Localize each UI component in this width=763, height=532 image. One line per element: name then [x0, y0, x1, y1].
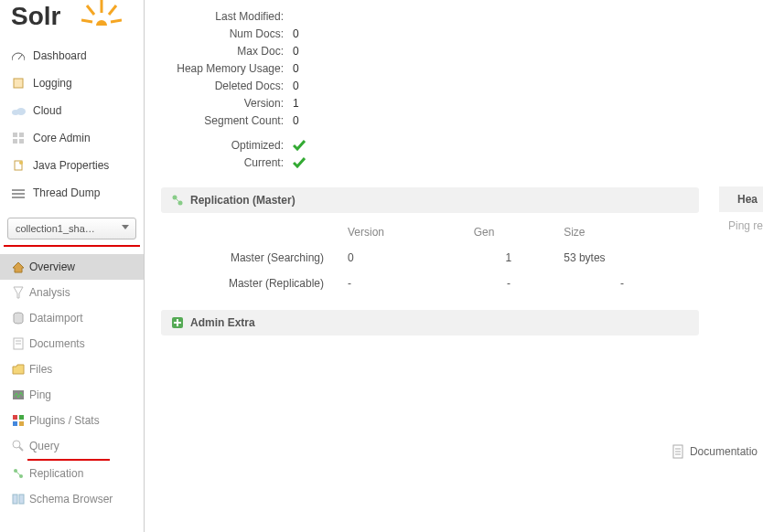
core-subnav: Overview Analysis Dataimport Documents F… — [0, 254, 144, 512]
row-name: Master (Searching) — [181, 246, 337, 270]
ping-icon — [11, 388, 26, 402]
check-icon — [293, 140, 306, 151]
db-icon — [11, 311, 26, 325]
subnav-schema[interactable]: Schema Browser — [0, 486, 144, 512]
subnav-label: Schema Browser — [29, 493, 113, 505]
stat-label: Current: — [161, 156, 284, 169]
nav-java-props[interactable]: Java Properties — [0, 152, 144, 179]
svg-rect-14 — [19, 139, 24, 144]
subnav-ping[interactable]: Ping — [0, 382, 144, 408]
plugins-icon — [11, 413, 26, 428]
red-underline — [4, 245, 140, 247]
check-icon — [293, 157, 306, 168]
stat-value: 0 — [293, 45, 299, 58]
svg-line-2 — [87, 5, 94, 15]
admin-extra-section[interactable]: Admin Extra — [161, 310, 699, 335]
svg-line-3 — [109, 5, 116, 15]
svg-point-16 — [19, 161, 23, 165]
nav-label: Core Admin — [33, 132, 91, 144]
logo: Solr — [0, 4, 144, 42]
subnav-label: Replication — [29, 467, 83, 480]
stat-value: 0 — [293, 27, 299, 40]
add-icon — [170, 315, 185, 330]
replication-icon — [11, 466, 26, 481]
nav-dashboard[interactable]: Dashboard — [0, 42, 144, 69]
subnav-documents[interactable]: Documents — [0, 331, 144, 356]
svg-line-40 — [175, 197, 180, 203]
row-version: 0 — [339, 246, 463, 270]
svg-marker-21 — [13, 262, 24, 272]
nav-label: Cloud — [33, 104, 61, 117]
svg-point-0 — [96, 20, 107, 26]
subnav-replication[interactable]: Replication — [0, 461, 144, 486]
subnav-files[interactable]: Files — [0, 356, 144, 382]
subnav-label: Query — [29, 440, 59, 452]
row-gen: 1 — [465, 246, 553, 270]
nav-label: Java Properties — [33, 159, 109, 172]
col-gen: Gen — [465, 220, 553, 244]
stat-label: Heap Memory Usage: — [161, 62, 284, 75]
subnav-dataimport[interactable]: Dataimport — [0, 305, 144, 331]
glass-icon — [11, 285, 26, 300]
svg-marker-20 — [122, 225, 129, 229]
chevron-down-icon — [122, 225, 129, 230]
statistics-block: Last Modified: Num Docs:0 Max Doc:0 Heap… — [161, 0, 763, 187]
svg-point-10 — [16, 108, 26, 115]
svg-line-5 — [111, 20, 122, 22]
svg-line-32 — [19, 447, 23, 451]
stat-label: Deleted Docs: — [161, 80, 284, 92]
svg-rect-12 — [19, 133, 24, 137]
svg-line-7 — [18, 55, 22, 59]
logging-icon — [11, 76, 26, 90]
stat-value: 0 — [293, 80, 299, 92]
nav-label: Dashboard — [33, 49, 87, 62]
doc-icon — [11, 336, 26, 351]
svg-rect-13 — [13, 139, 17, 144]
subnav-label: Ping — [29, 388, 51, 401]
stat-label: Num Docs: — [161, 27, 284, 40]
nav-label: Thread Dump — [33, 186, 100, 199]
replication-section[interactable]: Replication (Master) — [161, 187, 699, 213]
stat-value: 0 — [293, 114, 299, 127]
row-name: Master (Replicable) — [181, 271, 337, 295]
nav-core-admin[interactable]: Core Admin — [0, 124, 144, 152]
table-row: Master (Searching) 0 1 53 bytes — [181, 246, 690, 270]
subnav-label: Dataimport — [29, 312, 83, 325]
svg-rect-37 — [19, 495, 24, 504]
col-version: Version — [339, 220, 463, 244]
svg-rect-28 — [19, 415, 24, 420]
home-icon — [11, 260, 26, 274]
logo-text: Solr — [11, 2, 60, 30]
svg-rect-8 — [14, 79, 23, 88]
nav-thread-dump[interactable]: Thread Dump — [0, 179, 144, 207]
nav-cloud[interactable]: Cloud — [0, 97, 144, 124]
java-icon — [11, 158, 26, 173]
search-icon — [11, 439, 26, 453]
svg-rect-30 — [19, 421, 24, 426]
replication-icon — [170, 193, 185, 207]
subnav-query[interactable]: Query — [0, 433, 144, 459]
book-icon — [11, 492, 26, 506]
nav-logging[interactable]: Logging — [0, 69, 144, 97]
stat-value: 1 — [293, 97, 299, 110]
core-selector[interactable]: collection1_sha… — [7, 218, 136, 239]
dashboard-icon — [11, 48, 26, 63]
documentation-link[interactable]: Documentatio — [672, 444, 758, 459]
sun-icon — [81, 0, 122, 26]
subnav-plugins[interactable]: Plugins / Stats — [0, 408, 144, 433]
svg-rect-27 — [13, 415, 17, 420]
subnav-label: Overview — [29, 261, 75, 273]
doc-label: Documentatio — [690, 445, 758, 458]
main-content: Last Modified: Num Docs:0 Max Doc:0 Heap… — [161, 0, 763, 337]
nav-label: Logging — [33, 77, 72, 90]
stat-label: Segment Count: — [161, 114, 284, 127]
right-panel: Hea Ping re — [719, 186, 763, 232]
svg-rect-29 — [13, 421, 17, 426]
subnav-analysis[interactable]: Analysis — [0, 280, 144, 305]
subnav-overview[interactable]: Overview — [0, 254, 144, 280]
row-size: 53 bytes — [554, 246, 690, 270]
svg-line-35 — [16, 471, 21, 476]
table-row: Master (Replicable) - - - — [181, 271, 690, 295]
thread-icon — [11, 186, 26, 200]
svg-rect-36 — [13, 495, 17, 504]
